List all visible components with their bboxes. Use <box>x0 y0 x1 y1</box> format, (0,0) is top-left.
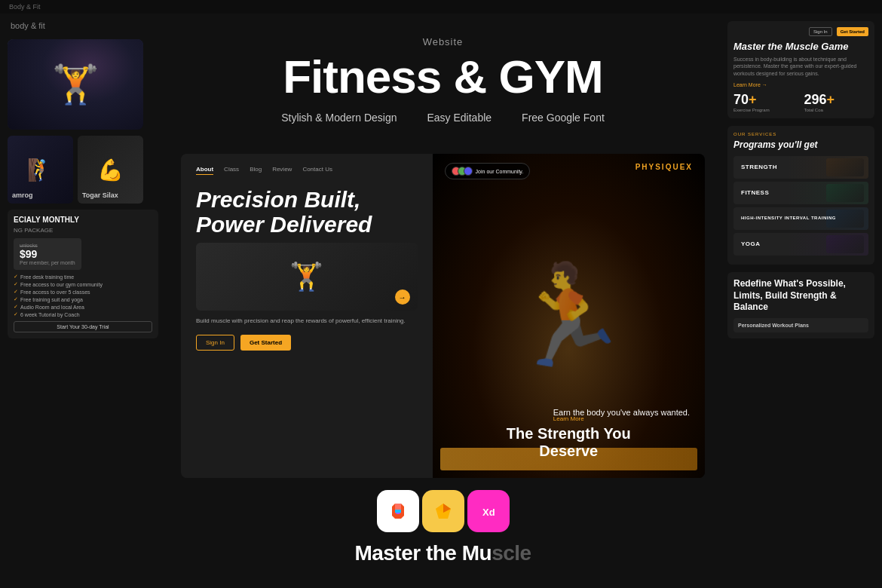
service-fitness-label: FITNESS <box>733 189 769 196</box>
right-column: Sign In Get Started Master the Muscle Ga… <box>720 14 882 588</box>
content-area: body & fit 🧗 amrog 💪 Togar Silax ECIALY … <box>0 14 882 588</box>
feature-6: 6 week Tutorial by Coach <box>14 311 152 318</box>
preview-nav: About Class Blog Review Contact Us <box>196 166 418 175</box>
nav-review[interactable]: Review <box>272 166 292 175</box>
stat-coaches-label: Total Coa <box>804 108 869 112</box>
website-label: Website <box>181 36 705 47</box>
xd-icon[interactable]: Xd <box>467 490 510 532</box>
two-col-images: 🧗 amrog 💪 Togar Silax <box>8 136 158 204</box>
sketch-icon[interactable] <box>422 490 464 532</box>
small-image-left: 🧗 amrog <box>8 136 73 204</box>
main-title: Fitness & GYM <box>181 52 705 101</box>
learn-more-label[interactable]: Learn More <box>501 415 637 422</box>
community-dots <box>452 167 473 176</box>
nav-class[interactable]: Class <box>224 166 239 175</box>
name2-label: Togar Silax <box>82 191 118 199</box>
right-nav-space <box>733 27 804 36</box>
left-column: body & fit 🧗 amrog 💪 Togar Silax ECIALY … <box>0 14 166 588</box>
preview-desc: Build muscle with precision and reap the… <box>196 317 418 326</box>
service-strength-label: STRENGTH <box>733 164 777 170</box>
service-yoga-label: YOGA <box>733 240 761 247</box>
workout-plans-card: Personalized Workout Plans <box>733 318 868 332</box>
strength-title: The Strength You Deserve <box>501 425 637 460</box>
dot-3 <box>464 167 473 176</box>
price-period: Per member, per month <box>20 260 75 265</box>
left-top-text: body & fit <box>8 21 158 33</box>
stat-exercises: 70+ Exercise Program <box>733 92 798 112</box>
feature-4: Free training suit and yoga <box>14 296 152 303</box>
service-fitness[interactable]: FITNESS <box>733 182 868 204</box>
stat-coaches: 296+ Total Coa <box>804 92 869 112</box>
our-services-label: OUR SERVICES <box>733 132 868 136</box>
workout-plans-title: Personalized Workout Plans <box>738 323 864 328</box>
right-preview-top: Sign In Get Started Master the Muscle Ga… <box>727 21 874 118</box>
price-item: unlocks $99 Per member, per month <box>14 238 81 270</box>
middle-column: Website Fitness & GYM Stylish & Modern D… <box>166 14 720 588</box>
right-signin-button[interactable]: Sign In <box>809 27 832 36</box>
price-new: $99 <box>20 248 75 260</box>
service-hiit-label: HIGH-INTENSITY INTERVAL TRAINING <box>733 216 836 221</box>
small-image-right: 💪 Togar Silax <box>78 136 143 204</box>
pricing-row: unlocks $99 Per member, per month <box>14 238 152 270</box>
feature-tag-3: Free Google Font <box>522 112 605 124</box>
right-getstarted-button[interactable]: Get Started <box>837 27 868 36</box>
redefine-text: Redefine What's Possible, Limits, Build … <box>733 278 868 314</box>
right-nav-mini: Sign In Get Started <box>733 27 868 36</box>
learn-more-link[interactable]: Learn More → <box>733 82 868 87</box>
stats-row: 70+ Exercise Program 296+ Total Coa <box>733 92 868 112</box>
topbar-text: Body & Fit <box>9 3 41 11</box>
price-old: unlocks <box>20 243 75 248</box>
feature-3: Free access to over 5 classes <box>14 288 152 296</box>
feature-tag-2: Easy Editable <box>427 112 492 124</box>
page-wrapper: Body & Fit body & fit 🧗 amrog 💪 Togar Si… <box>0 0 882 588</box>
preview-right: PHYSIQUEX Join our Community. 🏃 <box>433 154 705 478</box>
stat-coaches-number: 296+ <box>804 92 869 108</box>
preview-subimage: 🏋️ <box>196 243 418 311</box>
community-badge: Join our Community. <box>445 163 531 179</box>
right-bottom: Redefine What's Possible, Limits, Build … <box>727 272 874 338</box>
nav-about[interactable]: About <box>196 166 213 175</box>
svg-text:Xd: Xd <box>482 507 495 518</box>
service-yoga[interactable]: YOGA <box>733 233 868 256</box>
bottom-text-preview: Master the Muscle <box>166 538 720 565</box>
right-hero-title: Master the Muscle Game <box>733 41 868 53</box>
pricing-card: ECIALY MONTHLY NG PACKAGE unlocks $99 Pe… <box>8 210 158 338</box>
pricing-subtitle: NG PACKAGE <box>14 227 152 234</box>
signin-button[interactable]: Sign In <box>196 335 234 351</box>
physiquex-logo: PHYSIQUEX <box>635 163 693 171</box>
tool-bar: Xd <box>166 478 720 538</box>
learn-more-area: Learn More The Strength You Deserve <box>501 415 637 460</box>
right-subtext: Success in body-building is about techni… <box>733 56 868 78</box>
athlete-icon: 🏃 <box>507 259 629 373</box>
preview-left: About Class Blog Review Contact Us Preci… <box>181 154 433 478</box>
name1-label: amrog <box>12 191 33 199</box>
gym-image-top <box>8 39 143 130</box>
get-started-button[interactable]: Get Started <box>240 335 291 351</box>
preview-btns: Sign In Get Started <box>196 335 418 351</box>
pricing-title: ECIALY MONTHLY <box>14 216 152 224</box>
feature-2: Free access to our gym community <box>14 280 152 288</box>
hero-section: Website Fitness & GYM Stylish & Modern D… <box>166 14 720 154</box>
community-text: Join our Community. <box>476 169 524 174</box>
services-section: OUR SERVICES Programs you'll get STRENGT… <box>727 126 874 265</box>
nav-contact[interactable]: Contact Us <box>302 166 332 175</box>
top-bar: Body & Fit <box>0 0 882 14</box>
figma-icon[interactable] <box>377 490 419 532</box>
feature-tags: Stylish & Modern Design Easy Editable Fr… <box>181 112 705 124</box>
nav-blog[interactable]: Blog <box>250 166 262 175</box>
service-strength[interactable]: STRENGTH <box>733 156 868 179</box>
trial-button[interactable]: Start Your 30-day Trial <box>14 321 152 332</box>
preview-headline: Precision Built, Power Delivered <box>196 187 418 237</box>
stat-exercises-label: Exercise Program <box>733 108 798 112</box>
feature-tag-1: Stylish & Modern Design <box>281 112 397 124</box>
gym-figure-bg <box>8 39 143 130</box>
feature-1: Free desk training time <box>14 273 152 280</box>
feature-5: Audio Room and local Area <box>14 303 152 311</box>
services-title: Programs you'll get <box>733 139 868 150</box>
website-preview: About Class Blog Review Contact Us Preci… <box>181 154 705 478</box>
checklist: Free desk training time Free access to o… <box>14 273 152 318</box>
service-hiit[interactable]: HIGH-INTENSITY INTERVAL TRAINING <box>733 207 868 230</box>
stat-exercises-number: 70+ <box>733 92 798 108</box>
